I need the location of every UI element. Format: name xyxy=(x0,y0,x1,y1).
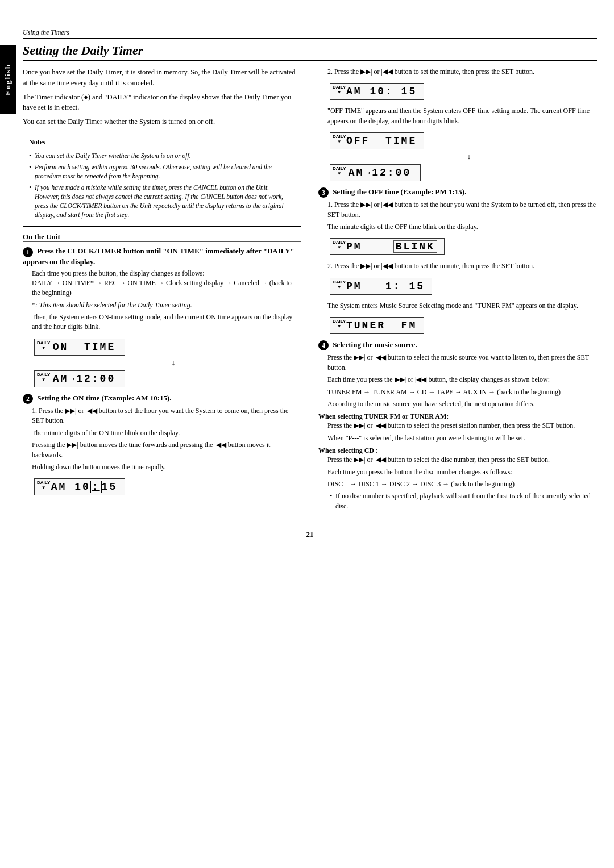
step4-sequence: TUNER FM → TUNER AM → CD → TAPE → AUX IN… xyxy=(327,387,597,397)
left-column: Once you have set the Daily Timer, it is… xyxy=(23,67,301,514)
step2-sub1b: The minute digits of the ON time blink o… xyxy=(32,428,301,438)
right-column: 2. Press the ▶▶| or |◀◀ button to set th… xyxy=(318,67,597,514)
step1-note: *: This item should be selected for the … xyxy=(32,301,301,310)
notes-list: You can set the Daily Timer whether the … xyxy=(29,151,295,220)
step3-sub2: 2. Press the ▶▶| or |◀◀ button to set th… xyxy=(327,261,597,271)
display-off-time: DAILY▼ OFF TIME ↓ DAILY▼ AM→12:00 xyxy=(330,131,597,183)
step2-right-intro: 2. Press the ▶▶| or |◀◀ button to set th… xyxy=(327,67,597,77)
english-label: English xyxy=(3,64,13,95)
note-item-1: You can set the Daily Timer whether the … xyxy=(29,151,295,160)
step1-header: 1 Press the CLOCK/TIMER button until "ON… xyxy=(23,247,301,266)
display-am1015-right-text: DAILY▼ AM 10: 15 xyxy=(330,83,424,100)
when-cd-detail: Press the ▶▶| or |◀◀ button to select th… xyxy=(327,455,597,465)
step2-header: 2 Setting the ON time (Example: AM 10:15… xyxy=(23,394,301,404)
when-cd-sequence: DISC – → DISC 1 → DISC 2 → DISC 3 → (bac… xyxy=(327,479,597,489)
step3-followup1: The System enters Music Source Selecting… xyxy=(327,301,597,311)
intro-para-1: Once you have set the Daily Timer, it is… xyxy=(23,67,301,89)
step1-followup: Then, the System enters ON-time setting … xyxy=(32,312,301,332)
display-am1200: DAILY▼ AM→12:00 xyxy=(34,370,125,387)
display-pm115: DAILY▼ PM 1: 15 xyxy=(330,276,597,297)
notes-title: Notes xyxy=(29,138,295,148)
display-pm115-text: DAILY▼ PM 1: 15 xyxy=(330,278,432,295)
display-arrow-2: ↓ xyxy=(341,152,597,161)
step4-followup: According to the music source you have s… xyxy=(327,399,597,409)
on-unit-header: On the Unit xyxy=(23,232,301,242)
display-am1015-right: DAILY▼ AM 10: 15 xyxy=(330,81,597,102)
display-on-time-text: DAILY▼ ON TIME xyxy=(34,339,125,356)
display-pm-blink: DAILY▼ PM BLINK xyxy=(330,236,597,257)
step3-sub1b: The minute digits of the OFF time blink … xyxy=(327,222,597,232)
display-pm-blink-text: DAILY▼ PM BLINK xyxy=(330,238,445,255)
step2-sub1c: Pressing the ▶▶| button moves the time f… xyxy=(32,440,301,460)
step2-sub1: 1. Press the ▶▶| or |◀◀ button to set th… xyxy=(32,406,301,426)
step1-detail: Each time you press the button, the disp… xyxy=(32,269,301,298)
display-am1200-off: DAILY▼ AM→12:00 xyxy=(330,164,421,181)
step3-sub1: 1. Press the ▶▶| or |◀◀ button to set th… xyxy=(327,200,597,220)
english-tab: English xyxy=(0,45,16,114)
display-on-time: DAILY▼ ON TIME ↓ DAILY▼ AM→12:00 xyxy=(34,337,301,389)
note-item-2: Perform each setting within approx. 30 s… xyxy=(29,162,295,181)
when-tuner-detail2: When "P---" is selected, the last statio… xyxy=(327,433,597,443)
display-am1015-text: DAILY▼ AM 10:15 xyxy=(34,478,125,495)
when-cd-detail2: Each time you press the button the disc … xyxy=(327,468,597,477)
step4-number: 4 xyxy=(318,340,329,350)
step1-title: Press the CLOCK/TIMER button until "ON T… xyxy=(23,247,294,265)
display-am1015: DAILY▼ AM 10:15 xyxy=(34,477,301,497)
step4-title: Selecting the music source. xyxy=(333,340,417,349)
step4-sub1: Press the ▶▶| or |◀◀ button to select th… xyxy=(327,353,597,373)
page-number: 21 xyxy=(23,525,597,539)
when-cd-bullet: • If no disc number is specified, playba… xyxy=(327,491,597,511)
when-tuner-header: When selecting TUNER FM or TUNER AM: xyxy=(318,412,597,421)
off-time-note: "OFF TIME" appears and then the System e… xyxy=(327,106,597,126)
step2-number: 2 xyxy=(23,394,33,404)
step2-sub1d: Holding down the button moves the time r… xyxy=(32,462,301,472)
step2-title: Setting the ON time (Example: AM 10:15). xyxy=(37,394,172,402)
section-header: Using the Timers xyxy=(23,28,597,39)
step4-sub1b: Each time you press the ▶▶| or |◀◀ butto… xyxy=(327,375,597,385)
when-tuner-detail: Press the ▶▶| or |◀◀ button to select th… xyxy=(327,421,597,431)
intro-para-3: You can set the Daily Timer whether the … xyxy=(23,116,301,127)
intro-para-2: The Timer indicator (●) and "DAILY" indi… xyxy=(23,92,301,114)
main-title: Setting the Daily Timer xyxy=(23,43,597,61)
step3-header: 3 Setting the OFF time (Example: PM 1:15… xyxy=(318,187,597,198)
display-arrow-1: ↓ xyxy=(45,358,301,368)
when-cd-header: When selecting CD : xyxy=(318,446,597,455)
note-item-3: If you have made a mistake while setting… xyxy=(29,183,295,219)
step3-title: Setting the OFF time (Example: PM 1:15). xyxy=(333,187,466,196)
display-tuner-fm-text: DAILY▼ TUNER FM xyxy=(330,317,424,334)
display-tuner-fm: DAILY▼ TUNER FM xyxy=(330,315,597,336)
step4-header: 4 Selecting the music source. xyxy=(318,340,597,350)
step3-number: 3 xyxy=(318,187,329,198)
display-off-time-text: DAILY▼ OFF TIME xyxy=(330,132,424,149)
notes-box: Notes You can set the Daily Timer whethe… xyxy=(23,133,301,227)
step1-number: 1 xyxy=(23,247,33,257)
